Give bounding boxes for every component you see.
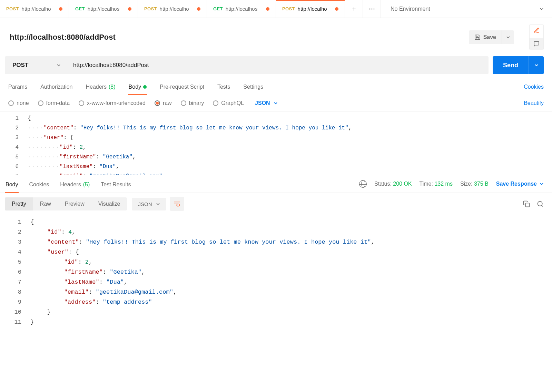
tab-method: GET [75, 6, 85, 11]
unsaved-dot-icon [197, 7, 200, 11]
save-group: Save [469, 30, 514, 44]
request-body-editor[interactable]: 1234567 {····"content": "Hey folks!! Thi… [0, 111, 552, 175]
tab-headers[interactable]: Headers (8) [85, 80, 116, 95]
radio-icon [213, 100, 218, 106]
copy-icon[interactable] [523, 200, 530, 207]
tab-tests[interactable]: Tests [217, 80, 231, 95]
resp-tab-cookies[interactable]: Cookies [28, 179, 50, 193]
send-dropdown[interactable] [529, 56, 544, 74]
response-body-code[interactable]: { "id": 4, "content": "Hey folks!! This … [28, 215, 552, 329]
tab-title: http://localhos [226, 6, 263, 12]
save-dropdown[interactable] [502, 30, 514, 44]
body-type-graphql[interactable]: GraphQL [213, 100, 244, 106]
request-subtabs: Params Authorization Headers (8) Body Pr… [0, 79, 552, 95]
url-input[interactable] [67, 56, 489, 74]
body-type-none[interactable]: none [8, 100, 29, 106]
globe-icon[interactable] [359, 180, 367, 188]
search-icon[interactable] [537, 200, 544, 207]
body-type-raw[interactable]: raw [155, 100, 172, 106]
save-icon [474, 34, 481, 40]
view-preview[interactable]: Preview [58, 197, 91, 210]
svg-point-2 [369, 8, 370, 9]
body-type-formdata[interactable]: form-data [38, 100, 70, 106]
tab-settings[interactable]: Settings [243, 80, 264, 95]
resp-tab-headers[interactable]: Headers (5) [59, 179, 90, 193]
tab-title: http://localhos [88, 6, 125, 12]
resp-headers-count: (5) [83, 182, 90, 188]
unsaved-dot-icon [128, 7, 131, 11]
tab-overflow-button[interactable] [363, 0, 381, 18]
radio-icon [155, 100, 160, 106]
request-tab[interactable]: GEThttp://localhos [207, 0, 276, 18]
response-right-icons [523, 200, 544, 207]
docs-pane-icon[interactable] [530, 24, 543, 36]
radio-icon [8, 100, 14, 106]
view-tabs: Pretty Raw Preview Visualize [5, 197, 127, 210]
tab-title: http://localho [160, 6, 194, 12]
headers-count: (8) [109, 84, 116, 90]
send-group: Send [493, 56, 544, 74]
response-tabs: Body Cookies Headers (5) Test Results St… [0, 175, 552, 193]
request-tab[interactable]: POSThttp://localho [138, 0, 207, 18]
tab-title: http://localho [298, 6, 332, 12]
resp-tab-tests[interactable]: Test Results [100, 179, 131, 193]
request-body-code[interactable]: {····"content": "Hey folks!! This is my … [25, 111, 552, 175]
response-controls: Pretty Raw Preview Visualize JSON [0, 193, 552, 215]
view-pretty[interactable]: Pretty [5, 197, 33, 210]
size: Size: 375 B [460, 181, 489, 187]
save-response[interactable]: Save Response [496, 181, 544, 187]
resp-tab-body[interactable]: Body [5, 179, 19, 193]
tab-method: POST [144, 6, 157, 11]
comments-pane-icon[interactable] [530, 38, 543, 50]
environment-label: No Environment [391, 6, 430, 12]
svg-point-7 [538, 202, 542, 206]
request-tab[interactable]: POSThttp://localho [0, 0, 69, 18]
body-type-row: none form-data x-www-form-urlencoded raw… [0, 95, 552, 111]
unsaved-dot-icon [335, 7, 338, 11]
view-raw[interactable]: Raw [33, 197, 58, 210]
tab-actions [345, 0, 381, 18]
line-gutter: 1234567891011 [0, 215, 28, 329]
time: Time: 132 ms [420, 181, 453, 187]
svg-point-3 [371, 8, 372, 9]
view-visualize[interactable]: Visualize [91, 197, 127, 210]
send-button[interactable]: Send [493, 56, 529, 74]
tab-title: http://localho [22, 6, 56, 12]
status: Status: 200 OK [374, 181, 412, 187]
response-meta: Status: 200 OK Time: 132 ms Size: 375 B … [359, 180, 544, 192]
radio-icon [79, 100, 84, 106]
tab-authorization[interactable]: Authorization [40, 80, 73, 95]
method-select[interactable]: POST [5, 56, 67, 74]
url-row: POST Send [0, 56, 552, 79]
radio-icon [181, 100, 186, 106]
beautify-link[interactable]: Beautify [524, 100, 544, 106]
request-tab[interactable]: GEThttp://localhos [69, 0, 138, 18]
tab-params[interactable]: Params [8, 80, 28, 95]
tab-body[interactable]: Body [128, 80, 147, 95]
radio-icon [38, 100, 43, 106]
body-type-urlencoded[interactable]: x-www-form-urlencoded [79, 100, 146, 106]
line-gutter: 1234567 [0, 111, 25, 175]
tab-prerequest[interactable]: Pre-request Script [159, 80, 205, 95]
tab-method: GET [213, 6, 223, 11]
side-panel-toggles [529, 24, 544, 50]
svg-rect-6 [526, 203, 530, 207]
request-title: http://localhost:8080/addPost [10, 33, 464, 42]
response-format-select[interactable]: JSON [132, 198, 166, 210]
cookies-link[interactable]: Cookies [524, 80, 544, 95]
response-body-editor[interactable]: 1234567891011 { "id": 4, "content": "Hey… [0, 215, 552, 329]
body-type-binary[interactable]: binary [181, 100, 204, 106]
method-value: POST [12, 62, 28, 69]
wrap-lines-button[interactable] [170, 197, 184, 211]
unsaved-dot-icon [59, 7, 62, 11]
request-tab[interactable]: POSThttp://localho [276, 0, 345, 18]
tabstrip: POSThttp://localhoGEThttp://localhosPOST… [0, 0, 552, 18]
svg-line-8 [542, 205, 543, 207]
new-tab-button[interactable] [345, 0, 363, 18]
body-modified-indicator [143, 85, 147, 89]
raw-language-select[interactable]: JSON [255, 100, 278, 106]
save-button[interactable]: Save [469, 30, 502, 44]
unsaved-dot-icon [266, 7, 269, 11]
send-label: Send [503, 62, 518, 69]
environment-selector[interactable]: No Environment [381, 0, 552, 18]
